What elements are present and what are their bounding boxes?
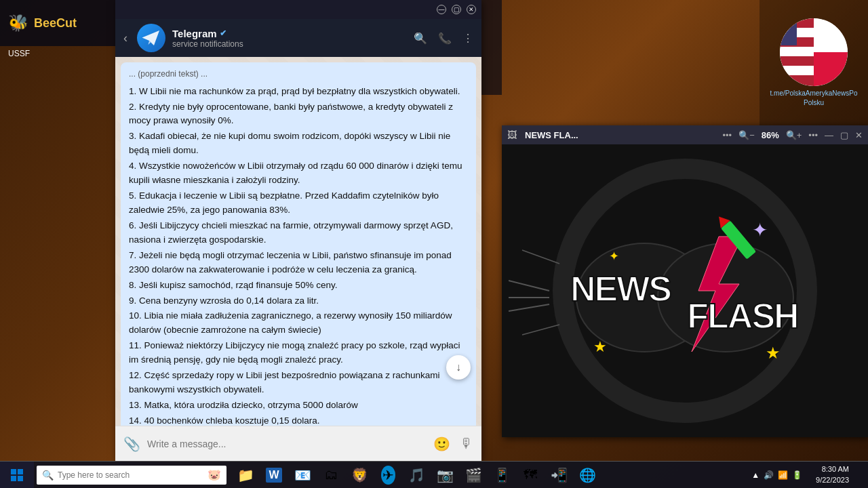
- svg-rect-31: [11, 476, 16, 481]
- attachment-icon[interactable]: 📎: [123, 436, 140, 452]
- taskbar-app-word[interactable]: W: [260, 462, 288, 489]
- message-line-10: 10. Libia nie miała zadłużenia zagranicz…: [129, 309, 468, 338]
- taskbar-app-fileexplorer[interactable]: 📁: [232, 462, 259, 489]
- message-line-5: 5. Edukacja i leczenie w Libii są bezpła…: [129, 189, 468, 218]
- taskbar-app-whatsapp[interactable]: 📲: [545, 462, 572, 489]
- emoji-icon[interactable]: 🙂: [433, 436, 450, 452]
- beecut-title: BeeCut: [34, 16, 77, 30]
- battery-icon[interactable]: 🔋: [792, 470, 802, 480]
- cortana-icon: 🐷: [208, 468, 221, 481]
- svg-rect-6: [780, 66, 814, 75]
- chat-area[interactable]: ... (poprzedni tekst) ... 1. W Libii nie…: [115, 57, 481, 426]
- svg-rect-5: [780, 56, 814, 66]
- header-icons: 🔍 📞 ⋮: [414, 32, 473, 45]
- newsflash-titlebar: 🖼 NEWS FLA... ••• 🔍− 86% 🔍+ ••• — ▢ ✕: [502, 125, 868, 144]
- system-tray: ▲ 🔊 📶 🔋: [746, 470, 808, 480]
- nf-restore-btn[interactable]: ▢: [840, 130, 848, 140]
- message-line-13: 13. Matka, która urodziła dziecko, otrzy…: [129, 399, 468, 413]
- message-line-1: ... (poprzedni tekst) ...: [129, 68, 468, 81]
- taskbar-app-maps[interactable]: 🗺: [517, 462, 544, 489]
- message-line-2: 2. Kredyty nie były oprocentowane, banki…: [129, 100, 468, 129]
- message-line-9: 9. Cena benzyny wzrosła do 0,14 dolara z…: [129, 294, 468, 308]
- chevron-down-icon: ↓: [456, 361, 461, 373]
- telegram-titlebar: — ▢ ✕: [115, 0, 481, 19]
- newsflash-title: NEWS FLA...: [525, 130, 717, 140]
- taskbar-app-music[interactable]: 🎵: [403, 462, 430, 489]
- beecut-logo: 🐝 BeeCut: [8, 14, 77, 33]
- taskbar-search-bar[interactable]: 🔍 🐷: [37, 466, 226, 485]
- minimize-button[interactable]: —: [437, 5, 446, 14]
- taskbar-tray: ▲ 🔊 📶 🔋 8:30 AM 9/22/2023: [746, 462, 868, 489]
- svg-rect-30: [18, 469, 23, 474]
- menu-icon[interactable]: ⋮: [462, 32, 473, 45]
- message-line-1a: 1. W Libii nie ma rachunków za prąd, prą…: [129, 85, 468, 99]
- svg-text:NEWS: NEWS: [570, 269, 671, 308]
- newsflash-graphic: ✦ ★ ★ ✦ NEWS FLASH: [502, 144, 868, 437]
- ussf-label: USSF: [8, 49, 30, 58]
- clock-time: 8:30 AM: [816, 464, 849, 474]
- call-icon[interactable]: 📞: [438, 32, 452, 45]
- svg-text:★: ★: [593, 338, 607, 355]
- telegram-header: ‹ Telegram ✔ service notifications 🔍 📞 ⋮: [115, 19, 481, 57]
- flag-image: [780, 18, 848, 86]
- newsflash-content: ✦ ★ ★ ✦ NEWS FLASH: [502, 144, 868, 437]
- taskbar-app-browser[interactable]: 🦁: [346, 462, 373, 489]
- image-icon: 🖼: [507, 129, 517, 140]
- taskbar-app-folder[interactable]: 🗂: [317, 462, 344, 489]
- taskbar-app-telegram[interactable]: ✈: [374, 462, 401, 489]
- message-line-14: 14. 40 bochenków chleba kosztuje 0,15 do…: [129, 414, 468, 426]
- maximize-button[interactable]: ▢: [452, 5, 461, 14]
- message-line-12: 12. Część sprzedaży ropy w Libii jest be…: [129, 369, 468, 397]
- message-bubble: ... (poprzedni tekst) ... 1. W Libii nie…: [121, 62, 476, 426]
- taskbar-app-phone[interactable]: 📱: [488, 462, 515, 489]
- microphone-icon[interactable]: 🎙: [460, 436, 473, 451]
- message-input[interactable]: [147, 439, 427, 449]
- tray-expand-icon[interactable]: ▲: [751, 470, 760, 480]
- svg-text:FLASH: FLASH: [687, 296, 797, 336]
- show-desktop-button[interactable]: [857, 462, 863, 489]
- flag-panel: t.me/PolskaAmerykaNewsPoPolsku: [760, 0, 868, 125]
- svg-rect-9: [814, 18, 848, 52]
- zoom-in-icon[interactable]: 🔍+: [786, 130, 802, 140]
- taskbar-search-input[interactable]: [58, 470, 203, 480]
- nf-minimize-btn[interactable]: —: [825, 130, 833, 140]
- search-icon[interactable]: 🔍: [414, 32, 427, 45]
- network-icon[interactable]: 📶: [778, 470, 788, 480]
- taskbar-app-mail[interactable]: 📧: [289, 462, 316, 489]
- start-button[interactable]: [0, 462, 34, 489]
- back-button[interactable]: ‹: [123, 31, 127, 45]
- taskbar-apps: 📁 W 📧 🗂 🦁 ✈ 🎵 📷 🎬: [232, 462, 601, 489]
- telegram-window: — ▢ ✕ ‹ Telegram ✔ service notifications…: [115, 0, 481, 461]
- message-line-3: 3. Kadafi obiecał, że nie kupi domu swoi…: [129, 129, 468, 158]
- taskbar: 🔍 🐷 📁 W 📧 🗂 🦁 ✈ 🎵: [0, 461, 868, 488]
- telegram-channel-info: Telegram ✔ service notifications: [172, 28, 407, 49]
- message-line-8: 8. Jeśli kupisz samochód, rząd finansuje…: [129, 279, 468, 293]
- nf-menu-btn[interactable]: •••: [808, 130, 818, 140]
- volume-icon[interactable]: 🔊: [764, 470, 774, 480]
- newsflash-window: 🖼 NEWS FLA... ••• 🔍− 86% 🔍+ ••• — ▢ ✕ ✦: [502, 125, 868, 437]
- svg-text:✦: ✦: [752, 220, 768, 241]
- svg-rect-29: [11, 469, 16, 474]
- scroll-down-button[interactable]: ↓: [446, 355, 471, 380]
- flag-channel-link[interactable]: t.me/PolskaAmerykaNewsPoPolsku: [770, 89, 858, 108]
- message-line-7: 7. Jeżeli nie będą mogli otrzymać leczen…: [129, 249, 468, 277]
- taskbar-app-video[interactable]: 🎬: [460, 462, 487, 489]
- nf-close-btn[interactable]: ✕: [855, 130, 863, 140]
- taskbar-app-camera[interactable]: 📷: [431, 462, 458, 489]
- input-actions: 🙂 🎙: [433, 436, 473, 452]
- nf-options-btn[interactable]: •••: [722, 130, 732, 140]
- channel-name: Telegram ✔: [172, 28, 407, 39]
- svg-rect-10: [814, 52, 848, 86]
- newsflash-controls: ••• 🔍− 86% 🔍+ ••• — ▢ ✕: [722, 130, 863, 140]
- svg-rect-4: [780, 47, 814, 56]
- system-clock[interactable]: 8:30 AM 9/22/2023: [810, 464, 854, 485]
- svg-text:★: ★: [766, 344, 781, 362]
- zoom-out-icon[interactable]: 🔍−: [738, 130, 755, 140]
- svg-rect-7: [780, 75, 814, 86]
- zoom-level: 86%: [762, 130, 779, 140]
- channel-status: service notifications: [172, 39, 407, 49]
- beecut-icon: 🐝: [8, 14, 28, 33]
- taskbar-app-globe[interactable]: 🌐: [574, 462, 601, 489]
- message-line-6: 6. Jeśli Libijczycy chcieli mieszkać na …: [129, 219, 468, 247]
- close-button[interactable]: ✕: [467, 5, 476, 14]
